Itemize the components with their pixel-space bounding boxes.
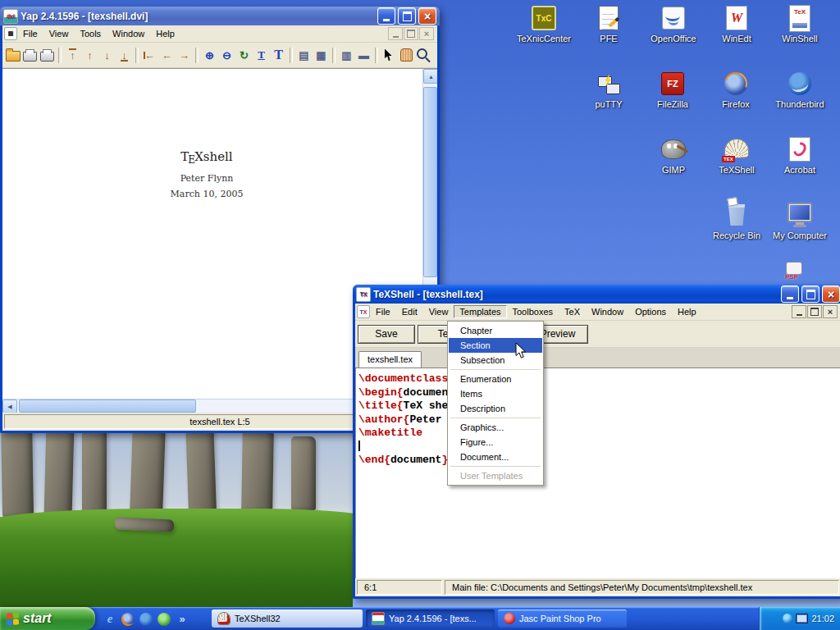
templates-menu-item-items[interactable]: Items	[449, 386, 542, 401]
save-button[interactable]: Save	[358, 325, 415, 344]
yap-menu-file[interactable]: File	[17, 27, 43, 40]
prev-page-icon[interactable]: ↑	[81, 46, 98, 64]
code-line-5[interactable]: \maketitle	[358, 427, 840, 441]
ruler-text-icon[interactable]: T	[253, 46, 270, 64]
taskbar-task-yap-2-4-1596-texs[interactable]: Yap 2.4.1596 - [texs...	[366, 609, 495, 628]
desktop-icon-winshell[interactable]: TeX WinShell	[768, 5, 832, 43]
yap-menu-help[interactable]: Help	[150, 27, 180, 40]
taskbar-task-texshell32[interactable]: TeXShell32	[212, 609, 363, 628]
select-tool-icon[interactable]	[381, 46, 398, 64]
templates-menu-item-figure[interactable]: Figure...	[449, 435, 542, 450]
yap-menu-window[interactable]: Window	[107, 27, 150, 40]
tab-texshell-tex[interactable]: texshell.tex	[358, 351, 422, 368]
templates-menu-item-enumeration[interactable]: Enumeration	[449, 372, 542, 386]
yap-menu-view[interactable]: View	[43, 27, 75, 40]
zoom-in-icon[interactable]: ⊕	[201, 46, 218, 64]
texshell-menu-options[interactable]: Options	[629, 305, 672, 318]
texshell-menu-help[interactable]: Help	[672, 305, 702, 318]
desktop-icon-thunderbird[interactable]: Thunderbird	[768, 71, 832, 109]
templates-menu-item-graphics[interactable]: Graphics...	[449, 420, 542, 435]
desktop-icon-texshell[interactable]: TEX TeXShell	[705, 136, 769, 175]
texshell-menu-file[interactable]: File	[370, 305, 396, 318]
texshell-menu-toolboxes[interactable]: Toolboxes	[507, 305, 559, 318]
magnifier-tool-icon[interactable]	[415, 46, 432, 64]
texshell-maximize-button[interactable]	[801, 285, 819, 303]
texshell-menu-view[interactable]: View	[423, 305, 454, 318]
tray-network-icon[interactable]	[796, 614, 808, 623]
refresh-icon[interactable]: ↻	[235, 46, 253, 64]
text-mode-icon[interactable]: T	[270, 46, 287, 64]
quicklaunch-chevron[interactable]: »	[174, 611, 190, 628]
templates-menu-item-section[interactable]: Section	[449, 338, 542, 353]
texshell-close-button[interactable]: ×	[822, 285, 840, 303]
multi-page-icon[interactable]: ▦	[313, 46, 330, 64]
fit-width-icon[interactable]: ▥	[338, 46, 355, 64]
child-close-button[interactable]: ×	[419, 27, 434, 40]
texshell-minimize-button[interactable]	[781, 285, 799, 303]
code-line-1[interactable]: \documentclass{	[358, 372, 840, 386]
print-setup-icon[interactable]	[39, 46, 56, 64]
tray-status-icon[interactable]	[783, 614, 792, 623]
texshell-window[interactable]: TX TeXShell - [texshell.tex] × TX File E…	[353, 285, 840, 599]
texshell-menu-edit[interactable]: Edit	[396, 305, 423, 318]
fit-page-icon[interactable]: ▬	[355, 46, 372, 64]
taskbar-clock[interactable]: 21:02	[811, 614, 834, 623]
code-line-3[interactable]: \title{TeX shell}	[358, 399, 840, 413]
child-close-button[interactable]: ×	[823, 305, 838, 318]
start-button[interactable]: start	[0, 607, 95, 630]
thunderbird-icon[interactable]	[138, 611, 154, 628]
taskbar-task-jasc-paint-shop-pro[interactable]: Jasc Paint Shop Pro	[498, 609, 627, 628]
desktop-icon-firefox[interactable]: Firefox	[704, 71, 768, 109]
yap-menu-tools[interactable]: Tools	[74, 27, 107, 40]
desktop-icon-my-computer[interactable]: My Computer	[768, 202, 832, 240]
messenger-icon[interactable]	[156, 611, 172, 628]
desktop-icon-gimp[interactable]: GIMP	[641, 136, 705, 175]
firefox-icon[interactable]	[120, 611, 136, 628]
first-page-icon[interactable]: ↑	[64, 46, 81, 64]
templates-menu-item-chapter[interactable]: Chapter	[449, 323, 542, 338]
internet-explorer-icon[interactable]: e	[102, 611, 118, 628]
zoom-out-icon[interactable]: ⊖	[218, 46, 235, 64]
hand-tool-icon[interactable]	[398, 46, 415, 64]
yap-close-button[interactable]: ×	[418, 7, 436, 25]
scroll-left-button[interactable]: ◀	[2, 399, 17, 413]
code-line-2[interactable]: \begin{document	[358, 386, 840, 400]
open-icon[interactable]	[4, 46, 21, 64]
child-minimize-button[interactable]	[792, 305, 806, 318]
child-restore-button[interactable]	[404, 27, 418, 40]
child-restore-button[interactable]	[807, 305, 822, 318]
scrollbar-thumb[interactable]	[423, 87, 437, 277]
forward-icon[interactable]: →	[176, 46, 193, 64]
yap-titlebar[interactable]: dvi Yap 2.4.1596 - [texshell.dvi] ×	[0, 7, 440, 25]
print-icon[interactable]	[21, 46, 39, 64]
desktop-icon-texniccenter[interactable]: TxC TeXnicCenter	[512, 5, 576, 43]
templates-menu-item-description[interactable]: Description	[449, 401, 542, 416]
single-page-icon[interactable]: ▤	[295, 46, 313, 64]
desktop-icon-openoffice[interactable]: OpenOffice	[641, 5, 705, 43]
desktop-icon-pfe[interactable]: PFE	[577, 5, 641, 43]
code-line-6[interactable]	[358, 441, 840, 454]
desktop-icon-putty[interactable]: puTTY	[577, 71, 641, 109]
back-view-icon[interactable]: ←	[141, 46, 158, 64]
child-minimize-button[interactable]	[388, 27, 403, 40]
templates-menu-item-subsection[interactable]: Subsection	[449, 353, 542, 368]
texshell-menu-window[interactable]: Window	[586, 305, 629, 318]
back-icon[interactable]: ←	[158, 46, 176, 64]
code-line-4[interactable]: \author{Peter Fly	[358, 413, 840, 427]
scrollbar-thumb[interactable]	[19, 399, 196, 413]
desktop-icon-acrobat[interactable]: Acrobat	[768, 136, 832, 175]
scroll-up-button[interactable]: ▲	[423, 69, 437, 84]
texshell-menu-templates[interactable]: Templates	[454, 305, 506, 318]
desktop-icon-psp[interactable]: PSP	[769, 259, 819, 283]
texshell-titlebar[interactable]: TX TeXShell - [texshell.tex] ×	[353, 285, 840, 304]
desktop-icon-recycle-bin[interactable]: Recycle Bin	[705, 202, 769, 240]
next-page-icon[interactable]: ↓	[98, 46, 116, 64]
templates-menu-item-document[interactable]: Document...	[449, 450, 542, 464]
code-line-7[interactable]: \end{document}	[358, 454, 840, 468]
texshell-editor[interactable]: \documentclass{\begin{document\title{TeX…	[355, 368, 840, 578]
last-page-icon[interactable]: ↓	[116, 46, 133, 64]
desktop-icon-filezilla[interactable]: FZ FileZilla	[641, 71, 705, 109]
desktop-icon-winedt[interactable]: W WinEdt	[705, 5, 769, 43]
yap-maximize-button[interactable]	[398, 7, 416, 25]
texshell-menu-tex[interactable]: TeX	[559, 305, 586, 318]
